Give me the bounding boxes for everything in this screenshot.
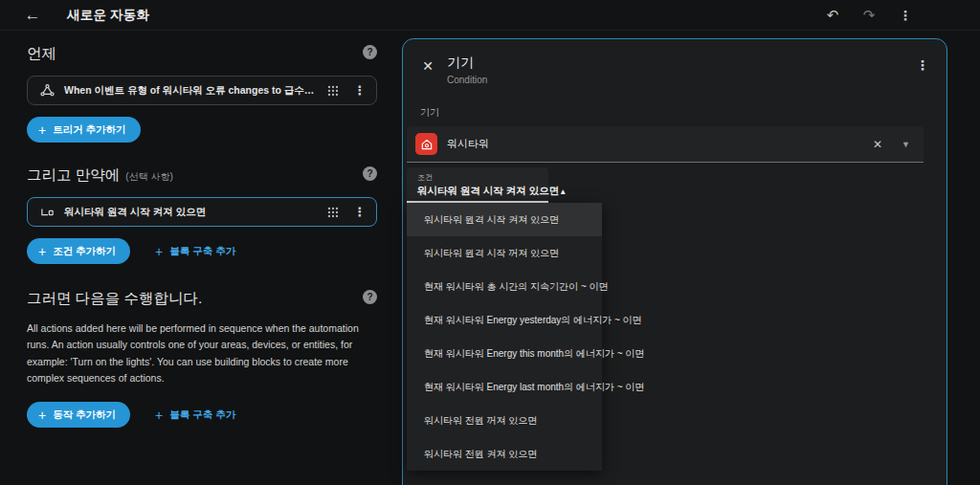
add-building-block-link[interactable]: + 블록 구축 추가 — [155, 244, 235, 259]
redo-icon[interactable]: ↷ — [858, 4, 880, 27]
panel-title: 기기 — [447, 55, 487, 72]
condition-editor-panel: ✕ 기기 Condition ⋮ 기기 워시타워 ✕ ▼ 조건 워시타워 원격 … — [402, 38, 947, 485]
chevron-up-icon: ▲ — [559, 187, 567, 196]
add-building-block-label: 블록 구축 추가 — [169, 408, 235, 422]
close-icon[interactable]: ✕ — [418, 56, 437, 76]
undo-icon[interactable]: ↶ — [821, 4, 844, 27]
condition-menu-icon[interactable]: ⋮ — [351, 204, 368, 221]
and-if-optional-label: (선택 사항) — [125, 170, 172, 184]
panel-subtitle: Condition — [447, 75, 487, 85]
trigger-summary-text: When 이벤트 유형 of 워시타워 오류 changes to 급수 부족 — [64, 84, 315, 98]
plus-icon: + — [155, 408, 163, 423]
dropdown-item[interactable]: 워시타워 원격 시작 켜져 있으면 — [407, 203, 602, 236]
section-then: 그러면 다음을 수행합니다. ? All actions added here … — [27, 289, 377, 428]
condition-dropdown-menu: 워시타워 원격 시작 켜져 있으면 워시타워 원격 시작 꺼져 있으면 현재 워… — [407, 203, 602, 471]
thinq-device-icon — [415, 133, 437, 155]
dropdown-item[interactable]: 현재 워시타워 Energy this month의 에너지가 ~ 이면 — [407, 337, 602, 370]
automation-editor-left-column: 언제 ? When 이벤트 유형 of 워시타워 오류 changes to 급… — [27, 44, 377, 428]
trigger-row-card[interactable]: When 이벤트 유형 of 워시타워 오류 changes to 급수 부족 … — [27, 76, 377, 105]
plus-icon: + — [155, 244, 163, 259]
add-trigger-button[interactable]: + 트리거 추가하기 — [27, 117, 141, 143]
then-help-icon[interactable]: ? — [363, 290, 377, 304]
then-section-title: 그러면 다음을 수행합니다. — [27, 289, 202, 309]
plus-icon: + — [38, 123, 46, 137]
section-and-if: 그리고 만약에 (선택 사항) ? 워시타워 원격 시작 켜져 있으면 ⋮ — [27, 165, 377, 264]
dropdown-item[interactable]: 현재 워시타워 Energy yesterday의 에너지가 ~ 이면 — [407, 303, 602, 337]
add-building-block-link[interactable]: + 블록 구축 추가 — [155, 408, 235, 423]
plus-icon: + — [38, 245, 46, 258]
drag-handle-icon[interactable] — [324, 82, 342, 99]
and-if-help-icon[interactable]: ? — [363, 166, 377, 181]
clear-device-icon[interactable]: ✕ — [867, 138, 888, 151]
trigger-menu-icon[interactable]: ⋮ — [351, 82, 368, 99]
dropdown-item[interactable]: 현재 워시타워 총 시간의 지속기간이 ~ 이면 — [407, 270, 602, 303]
state-trigger-icon — [39, 83, 55, 99]
and-if-section-title: 그리고 만약에 — [27, 165, 120, 186]
section-when: 언제 ? When 이벤트 유형 of 워시타워 오류 changes to 급… — [27, 44, 377, 143]
device-picker-field[interactable]: 워시타워 ✕ ▼ — [407, 126, 924, 163]
dropdown-item[interactable]: 워시타워 전원 꺼져 있으면 — [407, 404, 602, 437]
add-trigger-label: 트리거 추가하기 — [53, 123, 125, 137]
condition-select-label: 조건 — [417, 172, 541, 183]
drag-handle-icon[interactable] — [324, 204, 342, 221]
top-app-bar: ← 새로운 자동화 ↶ ↷ ⋮ — [0, 0, 980, 31]
when-help-icon[interactable]: ? — [363, 45, 377, 59]
plus-icon: + — [38, 408, 46, 422]
condition-row-card[interactable]: 워시타워 원격 시작 켜져 있으면 ⋮ — [27, 197, 377, 227]
topbar-actions: ↶ ↷ ⋮ — [821, 4, 967, 27]
device-value-text: 워시타워 — [447, 137, 858, 151]
overflow-menu-icon[interactable]: ⋮ — [894, 4, 917, 27]
device-condition-icon — [39, 205, 55, 220]
add-action-button[interactable]: + 동작 추가하기 — [27, 402, 130, 428]
dropdown-item[interactable]: 워시타워 원격 시작 꺼져 있으면 — [407, 236, 602, 270]
dropdown-item[interactable]: 워시타워 전원 켜져 있으면 — [407, 437, 602, 471]
add-building-block-label: 블록 구축 추가 — [169, 245, 235, 258]
panel-menu-icon[interactable]: ⋮ — [912, 55, 933, 76]
condition-select-field[interactable]: 조건 워시타워 원격 시작 켜져 있으면 ▲ — [407, 167, 548, 203]
page-title: 새로운 자동화 — [67, 7, 149, 24]
add-condition-button[interactable]: + 조건 추가하기 — [27, 238, 130, 264]
add-action-label: 동작 추가하기 — [53, 408, 116, 422]
back-arrow-icon[interactable]: ← — [19, 2, 46, 29]
condition-summary-text: 워시타워 원격 시작 켜져 있으면 — [64, 206, 315, 219]
dropdown-item[interactable]: 현재 워시타워 Energy last month의 에너지가 ~ 이면 — [407, 370, 602, 404]
when-section-title: 언제 — [27, 44, 56, 64]
chevron-down-icon[interactable]: ▼ — [898, 140, 914, 149]
add-condition-label: 조건 추가하기 — [53, 245, 116, 258]
condition-select-value: 워시타워 원격 시작 켜져 있으면 — [417, 185, 559, 198]
actions-description-text: All actions added here will be performed… — [27, 320, 383, 386]
device-field-label: 기기 — [420, 106, 947, 120]
